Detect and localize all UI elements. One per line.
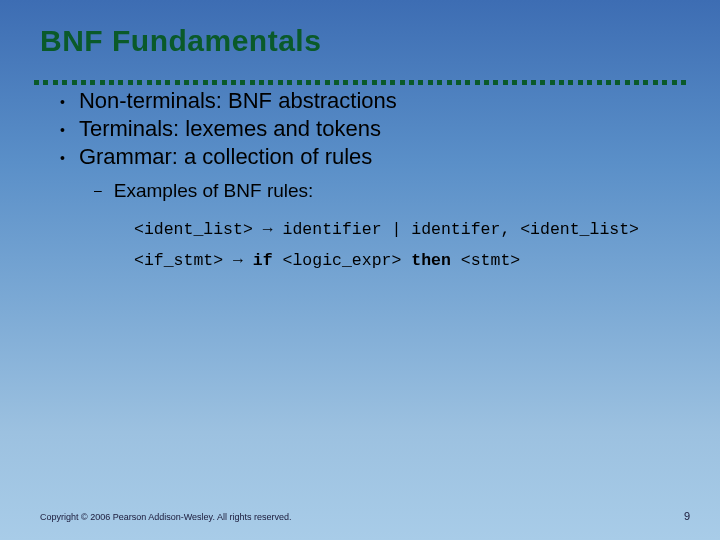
- bullet-marker: •: [60, 122, 65, 138]
- code-keyword-if: if: [243, 251, 283, 270]
- bullet-item: • Terminals: lexemes and tokens: [60, 116, 720, 142]
- bullet-marker: •: [60, 150, 65, 166]
- code-text: <if_stmt>: [134, 251, 233, 270]
- code-line-2: <if_stmt> → if <logic_expr> then <stmt>: [134, 245, 720, 276]
- code-text: <ident_list>: [134, 220, 263, 239]
- code-arrow: →: [233, 251, 243, 270]
- copyright-text: Copyright © 2006 Pearson Addison-Wesley.…: [40, 512, 291, 522]
- slide-title: BNF Fundamentals: [0, 0, 720, 58]
- bullet-item: • Non-terminals: BNF abstractions: [60, 88, 720, 114]
- page-number: 9: [684, 510, 690, 522]
- sub-bullet-item: – Examples of BNF rules:: [94, 180, 720, 202]
- code-text: identifier | identifer, <ident_list>: [273, 220, 639, 239]
- bullet-text: Grammar: a collection of rules: [79, 144, 372, 170]
- code-keyword-then: then: [411, 251, 461, 270]
- sub-bullet-text: Examples of BNF rules:: [114, 180, 314, 202]
- title-divider: [34, 80, 686, 86]
- bullet-marker: •: [60, 94, 65, 110]
- slide-content: • Non-terminals: BNF abstractions • Term…: [0, 58, 720, 277]
- code-arrow: →: [263, 220, 273, 239]
- bullet-text: Terminals: lexemes and tokens: [79, 116, 381, 142]
- code-text: <stmt>: [461, 251, 520, 270]
- code-text: <logic_expr>: [283, 251, 412, 270]
- bullet-item: • Grammar: a collection of rules: [60, 144, 720, 170]
- sub-bullet-marker: –: [94, 182, 102, 198]
- code-block: <ident_list> → identifier | identifer, <…: [134, 214, 720, 277]
- code-line-1: <ident_list> → identifier | identifer, <…: [134, 214, 720, 245]
- bullet-text: Non-terminals: BNF abstractions: [79, 88, 397, 114]
